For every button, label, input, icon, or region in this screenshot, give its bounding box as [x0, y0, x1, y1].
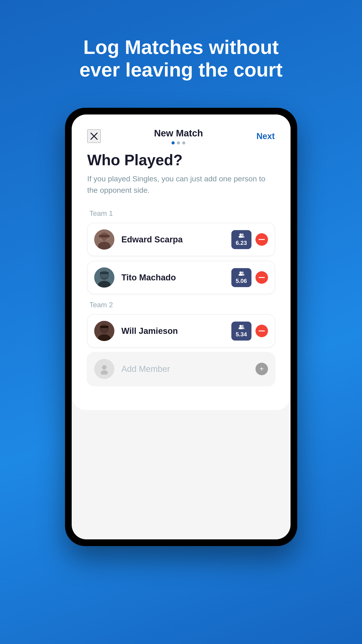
rating-badge-tito: 5.06 [231, 268, 251, 287]
rating-value-will: 5.34 [236, 331, 247, 338]
svg-rect-26 [100, 326, 109, 328]
player-name-tito: Tito Machado [122, 273, 231, 282]
rating-badge-edward: 6.23 [231, 230, 251, 249]
add-member-label: Add Member [122, 364, 255, 374]
section-description: If you played Singles, you can just add … [87, 173, 266, 196]
remove-will-button[interactable] [255, 325, 268, 337]
nav-title: New Match [154, 128, 203, 139]
rating-icon-edward [238, 233, 244, 238]
player-card-will: Will Jamieson 5.34 [87, 314, 275, 348]
player-card-edward: Edward Scarpa 6.23 [87, 223, 275, 256]
remove-icon-will [259, 330, 265, 332]
player-name-edward: Edward Scarpa [122, 235, 231, 244]
svg-point-9 [241, 234, 244, 236]
phone-screen: New Match Next Who Played? If you played… [72, 114, 291, 539]
app-content: New Match Next Who Played? If you played… [72, 114, 291, 410]
team2-section: Team 2 Will Jamieson [87, 301, 275, 386]
add-member-card[interactable]: Add Member + [87, 352, 275, 386]
team1-label: Team 1 [90, 209, 275, 218]
rating-icon-will [238, 324, 244, 330]
team2-label: Team 2 [90, 301, 275, 309]
dot-1 [172, 141, 175, 144]
add-member-button[interactable]: + [255, 363, 268, 375]
hero-title: Log Matches without ever leaving the cou… [58, 36, 304, 81]
rating-icon-tito [238, 271, 244, 276]
dot-3 [182, 141, 185, 144]
avatar-will [94, 321, 114, 341]
remove-icon [259, 239, 265, 240]
svg-point-31 [102, 365, 107, 370]
phone-device: New Match Next Who Played? If you played… [65, 108, 297, 546]
svg-rect-7 [99, 235, 110, 238]
svg-rect-16 [100, 272, 109, 274]
rating-badge-will: 5.34 [231, 322, 251, 340]
avatar-tito [94, 268, 114, 288]
nav-center: New Match [154, 128, 203, 144]
svg-point-27 [239, 325, 242, 327]
section-heading: Who Played? [87, 151, 275, 168]
remove-edward-button[interactable] [255, 233, 268, 246]
avatar-placeholder [94, 359, 114, 379]
svg-point-8 [239, 234, 242, 236]
player-card-tito: Tito Machado 5.06 [87, 261, 275, 294]
svg-rect-17 [101, 277, 108, 279]
svg-point-32 [101, 370, 108, 374]
team1-section: Team 1 Edward Scarpa [87, 209, 275, 294]
player-name-will: Will Jamieson [122, 326, 231, 336]
top-nav: New Match Next [87, 128, 275, 144]
svg-point-28 [241, 325, 244, 327]
add-icon: + [259, 365, 264, 372]
remove-tito-button[interactable] [255, 271, 268, 284]
nav-dots [172, 141, 185, 144]
svg-point-18 [239, 272, 242, 274]
dot-2 [177, 141, 180, 144]
avatar-edward [94, 230, 114, 250]
rating-value-tito: 5.06 [236, 278, 247, 284]
close-button[interactable] [87, 130, 101, 143]
rating-value-edward: 6.23 [236, 240, 247, 246]
remove-icon-tito [259, 277, 265, 278]
next-button[interactable]: Next [256, 132, 275, 141]
svg-point-19 [241, 272, 244, 274]
